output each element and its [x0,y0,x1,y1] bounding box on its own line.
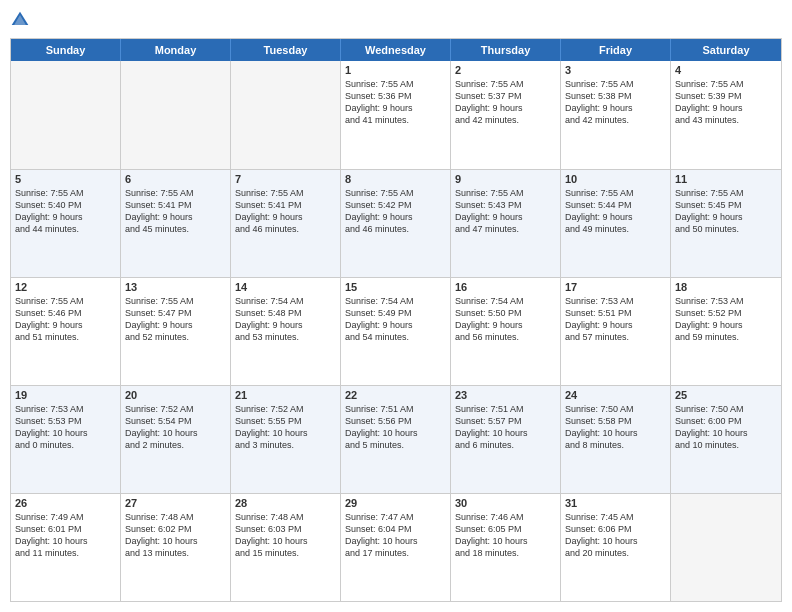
cell-text: Sunrise: 7:55 AM Sunset: 5:39 PM Dayligh… [675,78,777,127]
empty-cell [671,494,781,601]
day-cell: 14Sunrise: 7:54 AM Sunset: 5:48 PM Dayli… [231,278,341,385]
day-number: 16 [455,281,556,293]
day-number: 26 [15,497,116,509]
cell-text: Sunrise: 7:50 AM Sunset: 6:00 PM Dayligh… [675,403,777,452]
cell-text: Sunrise: 7:55 AM Sunset: 5:40 PM Dayligh… [15,187,116,236]
day-number: 1 [345,64,446,76]
day-number: 19 [15,389,116,401]
logo-icon [10,10,30,30]
day-number: 6 [125,173,226,185]
day-cell: 3Sunrise: 7:55 AM Sunset: 5:38 PM Daylig… [561,61,671,169]
weekday-header: Thursday [451,39,561,61]
weekday-header: Friday [561,39,671,61]
day-number: 12 [15,281,116,293]
day-cell: 25Sunrise: 7:50 AM Sunset: 6:00 PM Dayli… [671,386,781,493]
day-cell: 10Sunrise: 7:55 AM Sunset: 5:44 PM Dayli… [561,170,671,277]
cell-text: Sunrise: 7:55 AM Sunset: 5:47 PM Dayligh… [125,295,226,344]
cell-text: Sunrise: 7:53 AM Sunset: 5:53 PM Dayligh… [15,403,116,452]
calendar-row: 1Sunrise: 7:55 AM Sunset: 5:36 PM Daylig… [11,61,781,169]
day-number: 11 [675,173,777,185]
calendar-header: SundayMondayTuesdayWednesdayThursdayFrid… [11,39,781,61]
cell-text: Sunrise: 7:48 AM Sunset: 6:03 PM Dayligh… [235,511,336,560]
day-number: 14 [235,281,336,293]
cell-text: Sunrise: 7:55 AM Sunset: 5:41 PM Dayligh… [125,187,226,236]
weekday-header: Wednesday [341,39,451,61]
day-cell: 7Sunrise: 7:55 AM Sunset: 5:41 PM Daylig… [231,170,341,277]
day-cell: 5Sunrise: 7:55 AM Sunset: 5:40 PM Daylig… [11,170,121,277]
day-number: 2 [455,64,556,76]
cell-text: Sunrise: 7:48 AM Sunset: 6:02 PM Dayligh… [125,511,226,560]
day-number: 15 [345,281,446,293]
day-cell: 20Sunrise: 7:52 AM Sunset: 5:54 PM Dayli… [121,386,231,493]
day-number: 5 [15,173,116,185]
day-cell: 24Sunrise: 7:50 AM Sunset: 5:58 PM Dayli… [561,386,671,493]
weekday-header: Saturday [671,39,781,61]
cell-text: Sunrise: 7:53 AM Sunset: 5:52 PM Dayligh… [675,295,777,344]
calendar-row: 5Sunrise: 7:55 AM Sunset: 5:40 PM Daylig… [11,169,781,277]
day-number: 27 [125,497,226,509]
day-number: 7 [235,173,336,185]
cell-text: Sunrise: 7:55 AM Sunset: 5:38 PM Dayligh… [565,78,666,127]
day-cell: 12Sunrise: 7:55 AM Sunset: 5:46 PM Dayli… [11,278,121,385]
cell-text: Sunrise: 7:49 AM Sunset: 6:01 PM Dayligh… [15,511,116,560]
day-cell: 28Sunrise: 7:48 AM Sunset: 6:03 PM Dayli… [231,494,341,601]
day-cell: 1Sunrise: 7:55 AM Sunset: 5:36 PM Daylig… [341,61,451,169]
cell-text: Sunrise: 7:55 AM Sunset: 5:37 PM Dayligh… [455,78,556,127]
day-cell: 13Sunrise: 7:55 AM Sunset: 5:47 PM Dayli… [121,278,231,385]
calendar: SundayMondayTuesdayWednesdayThursdayFrid… [10,38,782,602]
cell-text: Sunrise: 7:55 AM Sunset: 5:43 PM Dayligh… [455,187,556,236]
logo [10,10,34,30]
day-cell: 4Sunrise: 7:55 AM Sunset: 5:39 PM Daylig… [671,61,781,169]
empty-cell [11,61,121,169]
page-header [10,10,782,30]
cell-text: Sunrise: 7:53 AM Sunset: 5:51 PM Dayligh… [565,295,666,344]
cell-text: Sunrise: 7:52 AM Sunset: 5:54 PM Dayligh… [125,403,226,452]
day-number: 30 [455,497,556,509]
cell-text: Sunrise: 7:54 AM Sunset: 5:50 PM Dayligh… [455,295,556,344]
calendar-row: 12Sunrise: 7:55 AM Sunset: 5:46 PM Dayli… [11,277,781,385]
day-number: 21 [235,389,336,401]
weekday-header: Monday [121,39,231,61]
day-number: 10 [565,173,666,185]
cell-text: Sunrise: 7:52 AM Sunset: 5:55 PM Dayligh… [235,403,336,452]
cell-text: Sunrise: 7:54 AM Sunset: 5:48 PM Dayligh… [235,295,336,344]
day-cell: 9Sunrise: 7:55 AM Sunset: 5:43 PM Daylig… [451,170,561,277]
day-cell: 15Sunrise: 7:54 AM Sunset: 5:49 PM Dayli… [341,278,451,385]
empty-cell [231,61,341,169]
cell-text: Sunrise: 7:47 AM Sunset: 6:04 PM Dayligh… [345,511,446,560]
day-number: 31 [565,497,666,509]
day-number: 13 [125,281,226,293]
cell-text: Sunrise: 7:55 AM Sunset: 5:36 PM Dayligh… [345,78,446,127]
day-number: 18 [675,281,777,293]
cell-text: Sunrise: 7:46 AM Sunset: 6:05 PM Dayligh… [455,511,556,560]
calendar-body: 1Sunrise: 7:55 AM Sunset: 5:36 PM Daylig… [11,61,781,601]
cell-text: Sunrise: 7:50 AM Sunset: 5:58 PM Dayligh… [565,403,666,452]
day-number: 24 [565,389,666,401]
day-number: 20 [125,389,226,401]
day-cell: 6Sunrise: 7:55 AM Sunset: 5:41 PM Daylig… [121,170,231,277]
day-number: 23 [455,389,556,401]
day-cell: 8Sunrise: 7:55 AM Sunset: 5:42 PM Daylig… [341,170,451,277]
day-cell: 17Sunrise: 7:53 AM Sunset: 5:51 PM Dayli… [561,278,671,385]
day-cell: 30Sunrise: 7:46 AM Sunset: 6:05 PM Dayli… [451,494,561,601]
day-number: 28 [235,497,336,509]
weekday-header: Sunday [11,39,121,61]
day-number: 17 [565,281,666,293]
cell-text: Sunrise: 7:51 AM Sunset: 5:56 PM Dayligh… [345,403,446,452]
cell-text: Sunrise: 7:55 AM Sunset: 5:44 PM Dayligh… [565,187,666,236]
day-number: 9 [455,173,556,185]
day-cell: 2Sunrise: 7:55 AM Sunset: 5:37 PM Daylig… [451,61,561,169]
cell-text: Sunrise: 7:55 AM Sunset: 5:46 PM Dayligh… [15,295,116,344]
day-cell: 27Sunrise: 7:48 AM Sunset: 6:02 PM Dayli… [121,494,231,601]
cell-text: Sunrise: 7:45 AM Sunset: 6:06 PM Dayligh… [565,511,666,560]
day-cell: 22Sunrise: 7:51 AM Sunset: 5:56 PM Dayli… [341,386,451,493]
day-cell: 18Sunrise: 7:53 AM Sunset: 5:52 PM Dayli… [671,278,781,385]
calendar-row: 26Sunrise: 7:49 AM Sunset: 6:01 PM Dayli… [11,493,781,601]
cell-text: Sunrise: 7:55 AM Sunset: 5:41 PM Dayligh… [235,187,336,236]
day-cell: 16Sunrise: 7:54 AM Sunset: 5:50 PM Dayli… [451,278,561,385]
day-cell: 11Sunrise: 7:55 AM Sunset: 5:45 PM Dayli… [671,170,781,277]
cell-text: Sunrise: 7:51 AM Sunset: 5:57 PM Dayligh… [455,403,556,452]
day-number: 25 [675,389,777,401]
day-cell: 19Sunrise: 7:53 AM Sunset: 5:53 PM Dayli… [11,386,121,493]
day-number: 8 [345,173,446,185]
